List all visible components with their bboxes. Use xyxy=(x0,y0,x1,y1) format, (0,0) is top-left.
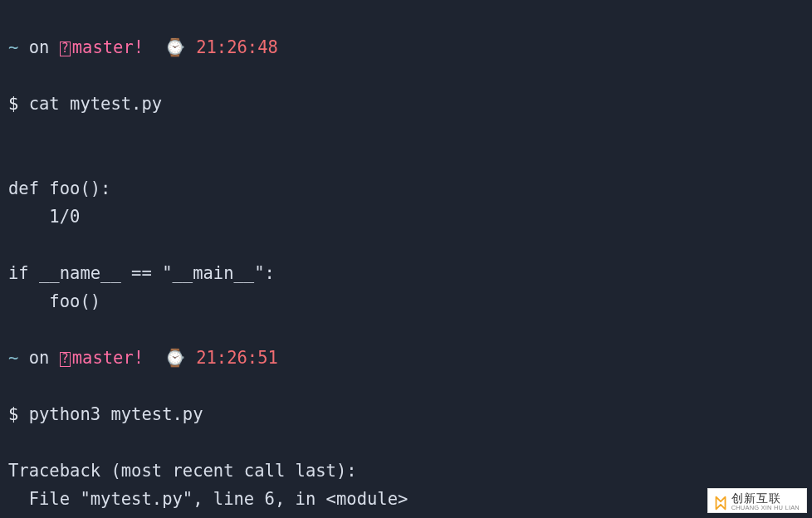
code-line: 1/0 xyxy=(8,207,80,227)
watermark-text: 创新互联 CHUANG XIN HU LIAN xyxy=(731,492,800,511)
cwd-tilde: ~ xyxy=(8,37,18,57)
on-text: on xyxy=(29,37,50,57)
prompt-symbol: $ xyxy=(8,404,18,424)
timestamp: 21:26:48 xyxy=(196,37,278,57)
cwd-tilde: ~ xyxy=(8,348,18,368)
code-line: foo() xyxy=(8,291,100,311)
branch-indicator: ?master! xyxy=(60,348,144,368)
watermark-zh: 创新互联 xyxy=(731,492,800,504)
trace-line: File "mytest.py", line 6, in <module> xyxy=(8,489,408,509)
code-line: if __name__ == "__main__": xyxy=(8,263,275,283)
trace-line: Traceback (most recent call last): xyxy=(8,461,357,481)
branch-indicator: ?master! xyxy=(60,37,144,57)
watermark-logo-icon xyxy=(712,494,730,512)
cat-command: cat mytest.py xyxy=(29,94,162,114)
prompt-line-2: ~ on ?master! ⌚ 21:26:51 xyxy=(8,344,804,372)
terminal-output: ~ on ?master! ⌚ 21:26:48 $ cat mytest.py… xyxy=(0,0,812,518)
prompt-line-1: ~ on ?master! ⌚ 21:26:48 xyxy=(8,33,804,61)
command-line-1: $ cat mytest.py xyxy=(8,90,804,118)
python-command: python3 mytest.py xyxy=(29,404,203,424)
prompt-symbol: $ xyxy=(8,94,18,114)
clock-icon: ⌚ xyxy=(164,37,186,57)
branch-name: master! xyxy=(72,37,144,57)
timestamp: 21:26:51 xyxy=(196,348,278,368)
file-contents: def foo(): 1/0 if __name__ == "__main__"… xyxy=(8,146,804,315)
watermark-badge: 创新互联 CHUANG XIN HU LIAN xyxy=(707,488,807,514)
watermark-en: CHUANG XIN HU LIAN xyxy=(731,505,800,511)
traceback-output: Traceback (most recent call last): File … xyxy=(8,457,804,518)
code-line: def foo(): xyxy=(8,178,110,198)
command-line-2: $ python3 mytest.py xyxy=(8,400,804,428)
branch-mark-icon: ? xyxy=(60,42,71,56)
branch-name: master! xyxy=(72,348,144,368)
branch-mark-icon: ? xyxy=(60,352,71,367)
on-text: on xyxy=(29,348,50,368)
clock-icon: ⌚ xyxy=(164,348,186,368)
